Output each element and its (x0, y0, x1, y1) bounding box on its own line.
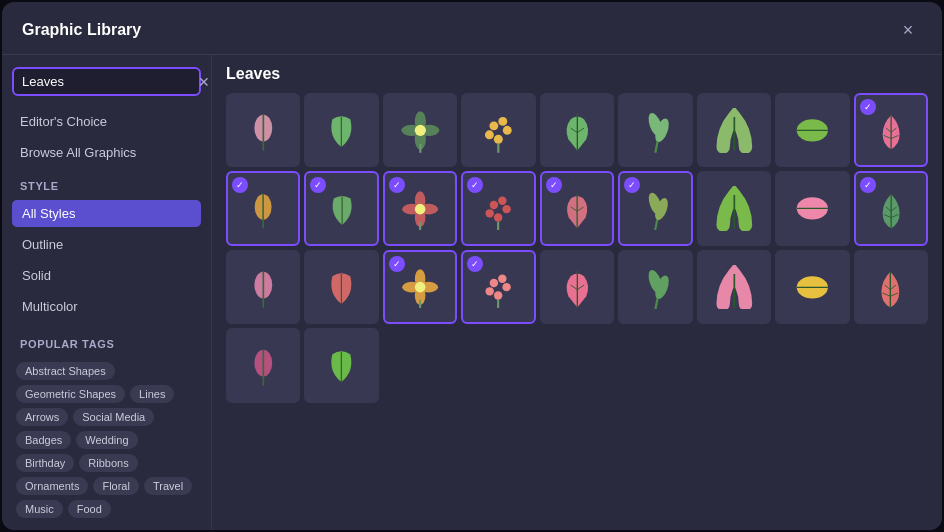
graphic-cell[interactable]: ✓ (540, 171, 614, 245)
tag-social-media[interactable]: Social Media (73, 408, 154, 426)
svg-point-15 (485, 130, 494, 139)
editors-choice-link[interactable]: Editor's Choice (12, 108, 201, 135)
graphic-image (634, 188, 676, 230)
graphic-cell[interactable] (461, 93, 535, 167)
style-multicolor[interactable]: Multicolor (12, 293, 201, 320)
graphic-image (870, 109, 912, 151)
graphic-image (399, 188, 441, 230)
graphic-cell[interactable] (304, 250, 378, 324)
svg-point-12 (499, 117, 508, 126)
graphic-image (868, 265, 913, 310)
graphic-image (476, 108, 521, 153)
graphic-image (398, 108, 443, 153)
graphic-cell[interactable] (775, 250, 849, 324)
style-section-label: Style (12, 170, 201, 196)
graphic-image (319, 108, 364, 153)
graphic-cell[interactable] (697, 93, 771, 167)
graphic-cell[interactable] (775, 171, 849, 245)
svg-line-22 (655, 141, 657, 152)
graphic-image (241, 108, 286, 153)
graphic-cell[interactable] (383, 93, 457, 167)
graphic-cell[interactable] (697, 250, 771, 324)
main-content: Leaves ✓✓✓✓✓✓✓✓✓✓ (212, 55, 942, 530)
svg-line-80 (655, 298, 657, 309)
style-all[interactable]: All Styles (12, 200, 201, 227)
tag-badges[interactable]: Badges (16, 431, 71, 449)
modal-body: ✕ Editor's Choice Browse All Graphics St… (2, 55, 942, 530)
graphic-image (790, 265, 835, 310)
tag-ornaments[interactable]: Ornaments (16, 477, 88, 495)
tag-birthday[interactable]: Birthday (16, 454, 74, 472)
tag-music[interactable]: Music (16, 500, 63, 518)
svg-line-51 (655, 219, 657, 230)
graphic-cell[interactable] (540, 93, 614, 167)
graphic-cell[interactable]: ✓ (854, 171, 928, 245)
tag-abstract-shapes[interactable]: Abstract Shapes (16, 362, 115, 380)
svg-point-13 (503, 126, 512, 135)
graphic-cell[interactable] (226, 93, 300, 167)
tag-lines[interactable]: Lines (130, 385, 174, 403)
svg-point-73 (486, 287, 494, 295)
search-box: ✕ (12, 67, 201, 96)
sidebar: ✕ Editor's Choice Browse All Graphics St… (2, 55, 212, 530)
selected-badge: ✓ (389, 256, 405, 272)
graphic-cell[interactable] (304, 93, 378, 167)
tag-wedding[interactable]: Wedding (76, 431, 137, 449)
graphic-cell[interactable]: ✓ (461, 171, 535, 245)
graphic-cell[interactable] (697, 171, 771, 245)
graphic-cell[interactable]: ✓ (383, 171, 457, 245)
graphic-cell[interactable]: ✓ (226, 171, 300, 245)
graphic-cell[interactable]: ✓ (383, 250, 457, 324)
svg-point-72 (494, 291, 502, 299)
graphic-cell[interactable] (226, 250, 300, 324)
graphic-image (477, 266, 519, 308)
graphic-image (870, 188, 912, 230)
graphic-image (242, 188, 284, 230)
graphic-image (633, 265, 678, 310)
svg-point-14 (494, 135, 503, 144)
style-outline[interactable]: Outline (12, 231, 201, 258)
popular-tags-label: Popular Tags (12, 328, 201, 354)
graphic-cell[interactable] (226, 328, 300, 402)
graphic-image (555, 265, 600, 310)
svg-point-44 (486, 209, 494, 217)
graphic-cell[interactable] (775, 93, 849, 167)
graphic-image (556, 188, 598, 230)
search-clear-button[interactable]: ✕ (196, 74, 212, 90)
selected-badge: ✓ (860, 99, 876, 115)
graphic-image (790, 108, 835, 153)
svg-point-43 (494, 213, 502, 221)
tag-arrows[interactable]: Arrows (16, 408, 68, 426)
tag-floral[interactable]: Floral (93, 477, 139, 495)
search-input[interactable] (22, 74, 190, 89)
graphic-cell[interactable] (854, 250, 928, 324)
graphic-image (790, 186, 835, 231)
graphic-image (321, 188, 363, 230)
tag-geometric-shapes[interactable]: Geometric Shapes (16, 385, 125, 403)
tag-food[interactable]: Food (68, 500, 111, 518)
browse-all-link[interactable]: Browse All Graphics (12, 139, 201, 166)
svg-point-38 (415, 203, 426, 214)
svg-point-11 (490, 121, 499, 130)
style-solid[interactable]: Solid (12, 262, 201, 289)
modal-header: Graphic Library × (2, 2, 942, 55)
graphic-cell[interactable] (540, 250, 614, 324)
graphic-cell[interactable] (618, 250, 692, 324)
graphic-cell[interactable]: ✓ (461, 250, 535, 324)
tags-container: Abstract ShapesGeometric ShapesLinesArro… (12, 358, 201, 522)
graphic-cell[interactable] (618, 93, 692, 167)
tag-ribbons[interactable]: Ribbons (79, 454, 137, 472)
graphic-cell[interactable]: ✓ (304, 171, 378, 245)
graphic-image (633, 108, 678, 153)
graphic-cell[interactable] (304, 328, 378, 402)
svg-point-41 (499, 196, 507, 204)
close-button[interactable]: × (894, 16, 922, 44)
graphic-cell[interactable]: ✓ (618, 171, 692, 245)
svg-point-40 (490, 200, 498, 208)
graphic-image (712, 186, 757, 231)
graphic-image (399, 266, 441, 308)
graphic-cell[interactable]: ✓ (854, 93, 928, 167)
graphic-image (712, 265, 757, 310)
graphic-image (319, 265, 364, 310)
tag-travel[interactable]: Travel (144, 477, 192, 495)
